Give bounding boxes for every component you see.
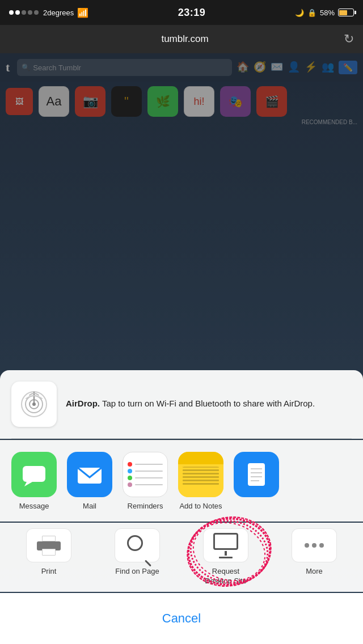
- more-scroll-svg: [245, 460, 268, 489]
- find-label: Find on Page: [115, 567, 159, 577]
- rem-line-text-4: [135, 484, 163, 485]
- app-item-mail[interactable]: Mail: [67, 452, 112, 511]
- reload-button[interactable]: ↻: [344, 32, 354, 46]
- apps-section: Message Mail: [0, 440, 363, 522]
- svg-marker-6: [24, 482, 32, 486]
- print-label: Print: [41, 567, 57, 577]
- rem-line-2: [128, 469, 163, 473]
- action-item-request-desktop[interactable]: Request Desktop Site: [185, 528, 267, 586]
- actions-section: Print Find on Page: [0, 523, 363, 592]
- status-right: 🌙 🔒 58%: [295, 9, 354, 17]
- notes-solid-line-1: [183, 469, 219, 471]
- app-item-notes[interactable]: Add to Notes: [178, 452, 223, 511]
- printer-paper-in: [42, 549, 56, 556]
- status-left: 2degrees 📶: [9, 7, 88, 18]
- search-handle: [145, 560, 151, 567]
- monitor-neck: [225, 551, 227, 556]
- status-time: 23:19: [178, 7, 206, 19]
- rem-line-text-2: [135, 471, 163, 472]
- notes-lines: [178, 464, 223, 497]
- monitor-icon: [213, 533, 238, 558]
- svg-rect-8: [248, 463, 265, 486]
- actions-row: Print Find on Page: [0, 528, 363, 586]
- airdrop-section: AirDrop. Tap to turn on Wi-Fi and Blueto…: [0, 370, 363, 439]
- notes-dashed-line-1: [183, 467, 219, 468]
- status-bar: 2degrees 📶 23:19 🌙 🔒 58%: [0, 0, 363, 25]
- rem-line-1: [128, 462, 163, 467]
- monitor-screen: [213, 533, 238, 550]
- more-scroll-icon: [234, 452, 279, 497]
- airdrop-title: AirDrop.: [66, 399, 100, 408]
- monitor-base: [219, 557, 233, 558]
- battery-icon: [338, 9, 354, 16]
- print-icon-box: [26, 528, 71, 562]
- desktop-icon-box: [203, 528, 248, 562]
- search-circle: [127, 535, 143, 551]
- battery-percent: 58%: [320, 9, 335, 17]
- mail-svg: [74, 459, 105, 490]
- signal-dots: [9, 10, 39, 15]
- reminders-icon-box: [123, 452, 168, 497]
- rem-dot-4: [128, 482, 132, 487]
- airdrop-body: Tap to turn on Wi-Fi and Bluetooth to sh…: [100, 399, 315, 408]
- page-background: t 🔍 Search Tumblr 🏠 🧭 ✉️ 👤 ⚡ 👥 ✏️ 🖼 Aa 📷…: [0, 53, 363, 644]
- notes-top-strip: [178, 452, 223, 464]
- reminders-icon: [123, 457, 167, 492]
- find-icon-box: [115, 528, 160, 562]
- message-icon: [11, 452, 57, 497]
- apps-row: Message Mail: [0, 452, 363, 511]
- svg-rect-5: [23, 466, 45, 482]
- rem-dot-3: [128, 476, 132, 480]
- notes-solid-line-3: [183, 476, 219, 478]
- action-item-print[interactable]: Print: [8, 528, 90, 577]
- airdrop-inner: AirDrop. Tap to turn on Wi-Fi and Blueto…: [11, 382, 352, 439]
- share-sheet: AirDrop. Tap to turn on Wi-Fi and Blueto…: [0, 370, 363, 644]
- browser-bar: tumblr.com ↻: [0, 25, 363, 53]
- app-item-message[interactable]: Message: [11, 452, 57, 511]
- airdrop-description: AirDrop. Tap to turn on Wi-Fi and Blueto…: [66, 397, 315, 410]
- signal-dot-1: [9, 10, 14, 15]
- notes-label: Add to Notes: [179, 502, 222, 511]
- notes-icon-box: [178, 452, 223, 497]
- message-svg: [20, 460, 48, 489]
- notes-icon: [178, 452, 223, 497]
- app-item-more-scroll[interactable]: [234, 452, 279, 502]
- more-dot-2: [312, 543, 316, 548]
- find-icon: [127, 535, 147, 556]
- rem-line-3: [128, 476, 163, 480]
- action-item-find[interactable]: Find on Page: [96, 528, 178, 577]
- rem-line-text-1: [135, 464, 163, 465]
- rem-line-text-3: [135, 477, 163, 478]
- more-dots: [305, 543, 324, 548]
- signal-dot-2: [15, 10, 20, 15]
- airdrop-svg: [19, 389, 49, 419]
- rem-dot-1: [128, 462, 132, 467]
- mail-label: Mail: [83, 502, 96, 511]
- more-dot-3: [319, 543, 324, 548]
- url-display[interactable]: tumblr.com: [26, 33, 344, 45]
- signal-dot-3: [22, 10, 26, 15]
- signal-dot-4: [28, 10, 32, 15]
- carrier-label: 2degrees: [43, 9, 74, 17]
- printer-paper-out: [42, 536, 56, 541]
- app-item-reminders[interactable]: Reminders: [123, 452, 168, 511]
- message-label: Message: [19, 502, 49, 511]
- wifi-icon: 📶: [77, 7, 88, 18]
- more-icon-box: [292, 528, 337, 562]
- airdrop-icon-box: [11, 382, 57, 427]
- notes-solid-line-2: [183, 473, 219, 474]
- moon-icon: 🌙: [295, 9, 304, 17]
- more-label: More: [306, 567, 323, 577]
- svg-point-4: [32, 402, 36, 406]
- request-desktop-label: Request Desktop Site: [205, 567, 247, 586]
- battery-fill: [339, 10, 347, 15]
- more-dot-1: [305, 543, 309, 548]
- notes-solid-line-5: [183, 483, 219, 485]
- signal-dot-5: [34, 10, 39, 15]
- reminders-label: Reminders: [128, 502, 163, 511]
- action-item-more[interactable]: More: [273, 528, 355, 577]
- cancel-button[interactable]: Cancel: [11, 602, 352, 635]
- cancel-section: Cancel: [0, 593, 363, 644]
- print-icon: [37, 536, 61, 556]
- notes-solid-line-4: [183, 480, 219, 481]
